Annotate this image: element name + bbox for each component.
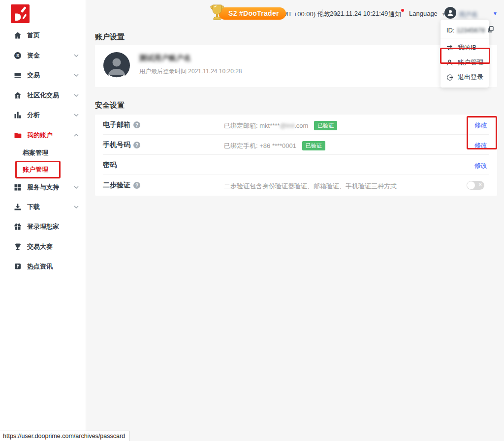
two-step-label: 二步验证 ? [103,181,140,190]
notification-dot [401,9,404,12]
community-icon [14,91,22,99]
sidebar-item-rewards[interactable]: 登录理想家 [14,219,83,234]
trophy-icon [209,4,225,25]
menu-item-account-management[interactable]: 账户管理 [441,55,489,70]
download-icon [14,203,22,211]
notifications-button[interactable]: 通知 [388,10,401,19]
security-row-phone: 手机号码 ? 已绑定手机: +86 ****0001 已验证 修改 [95,135,497,155]
sidebar-item-label: 下载 [27,203,40,211]
sidebar-item-analysis[interactable]: 分析 [14,108,83,122]
menu-item-label: 我的IB [458,43,476,52]
language-selector[interactable]: Language ▼ [409,10,446,17]
email-label: 电子邮箱 ? [103,120,140,129]
password-modify-link[interactable]: 修改 [474,161,487,170]
chevron-up-icon [74,134,79,137]
profile-username: 测试用户账户名 [139,54,191,63]
verified-badge: 已验证 [302,141,325,150]
person-icon [446,59,454,66]
language-label: Language [409,10,438,17]
funds-icon: S [14,52,22,59]
header-username[interactable]: 用户名 [459,10,478,19]
menu-item-label: 退出登录 [458,73,483,82]
sidebar-item-trading[interactable]: 交易 [14,68,83,83]
swap-icon [446,45,454,51]
sidebar-item-label: 账户管理 [23,165,48,174]
user-menu-caret-icon[interactable]: ▼ [493,11,498,16]
account-settings-title: 账户设置 [95,32,125,42]
sidebar-item-label: 资金 [27,51,40,60]
sidebar-item-download[interactable]: 下载 [14,200,83,214]
sidebar-item-archives[interactable]: 档案管理 [23,146,92,160]
sidebar-item-hot-news[interactable]: 热点资讯 [14,259,83,274]
sidebar-item-funds[interactable]: S 资金 [14,48,83,63]
menu-item-logout[interactable]: 退出登录 [441,70,489,85]
sidebar-item-label: 分析 [27,111,40,119]
two-step-description: 二步验证包含身份验证器验证、邮箱验证、手机验证三种方式 [224,182,397,191]
bar-chart-icon [14,111,22,119]
help-icon[interactable]: ? [133,142,140,148]
user-id-label: ID: [446,27,455,34]
copy-icon[interactable] [488,26,494,34]
security-settings-title: 安全设置 [95,101,125,110]
sidebar-item-my-account[interactable]: 我的账户 [14,128,83,143]
last-login-text: 用户最后登录时间 2021.11.24 10:20:28 [139,67,242,76]
sidebar-item-label: 交易大赛 [27,242,53,251]
user-id-row: ID: 12345678 [441,23,489,38]
sidebar-item-support[interactable]: 服务与支持 [14,180,83,195]
sidebar-item-label: 服务与支持 [27,183,59,192]
svg-text:S: S [16,53,19,58]
phone-value: 已绑定手机: +86 ****0001 已验证 [224,142,325,151]
sidebar-item-label: 交易 [27,71,40,80]
chevron-down-icon [74,94,79,97]
datetime-label: 2021.11.24 10:21:49 [330,10,388,17]
sidebar-item-label: 登录理想家 [27,222,59,231]
password-label: 密码 [103,161,117,170]
sidebar-item-label: 档案管理 [23,148,48,157]
gift-icon [14,223,22,231]
sidebar-item-account-management[interactable]: 账户管理 [23,162,92,177]
sidebar-item-label: 热点资讯 [27,262,53,271]
menu-divider [441,38,489,38]
dooprime-logo-icon[interactable] [11,4,30,25]
security-row-password: 密码 修改 [95,155,497,175]
security-row-2fa: 二步验证 ? 二步验证包含身份验证器验证、邮箱验证、手机验证三种方式 × [95,175,497,195]
trading-icon [14,71,22,79]
sidebar-item-label: 我的账户 [27,131,53,140]
phone-label: 手机号码 ? [103,141,140,149]
season-badge-label: S2 #DooTrader [228,9,279,17]
help-icon[interactable]: ? [133,121,140,128]
folder-icon [14,131,22,139]
menu-item-label: 账户管理 [458,58,483,67]
sidebar-item-label: 社区化交易 [27,91,59,100]
link-status-bar: https://user.dooprime.com/archives/passc… [0,431,129,441]
chevron-down-icon [74,114,79,117]
home-icon [14,31,22,39]
chevron-down-icon [74,186,79,189]
trophy-icon [14,243,22,251]
sidebar-item-social-trading[interactable]: 社区化交易 [14,88,83,103]
user-id-value: 12345678 [457,27,485,34]
chevron-down-icon [74,206,79,208]
header-datetime: 2021.11.24 10:21:49 [330,10,388,17]
chevron-down-icon [74,54,79,57]
notifications-label: 通知 [388,10,401,18]
help-icon[interactable]: ? [133,182,140,189]
news-pin-icon [14,263,22,270]
chevron-down-icon [74,74,79,77]
user-dropdown-menu: ID: 12345678 我的IB 账户管理 退出登录 [441,20,489,88]
header-divider [322,9,323,17]
sidebar: 首页 S 资金 交易 社区化交易 分析 我的账户 档案管理 [0,0,86,441]
menu-item-my-ib[interactable]: 我的IB [441,40,489,55]
season-badge: S2 #DooTrader [219,7,286,20]
email-modify-link[interactable]: 修改 [474,121,487,130]
verified-badge: 已验证 [314,121,337,130]
sidebar-item-home[interactable]: 首页 [14,28,83,43]
page: 首页 S 资金 交易 社区化交易 分析 我的账户 档案管理 [0,0,504,441]
grid-icon [14,183,22,191]
sidebar-item-label: 首页 [27,31,40,40]
header-avatar[interactable] [444,7,456,19]
two-step-toggle[interactable]: × [467,181,484,190]
security-row-email: 电子邮箱 ? 已绑定邮箱: mkt****@lml.com 已验证 修改 [95,115,497,135]
sidebar-item-trading-contest[interactable]: 交易大赛 [14,239,83,254]
phone-modify-link[interactable]: 修改 [474,141,487,150]
